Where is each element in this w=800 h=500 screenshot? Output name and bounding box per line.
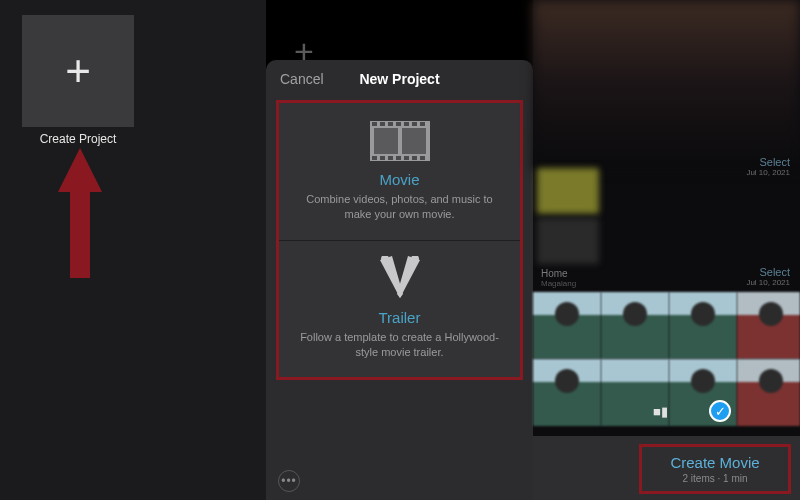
svg-rect-17 [420, 156, 425, 160]
trailer-option-title: Trailer [295, 309, 504, 326]
media-grid-col [737, 292, 800, 426]
select-button[interactable]: Select Jul 10, 2021 [746, 156, 790, 177]
select-label: Select [759, 266, 790, 278]
media-grid [533, 292, 737, 426]
create-project-label: Create Project [22, 132, 134, 146]
panel-projects: + Create Project [0, 0, 266, 500]
svg-rect-2 [374, 128, 398, 154]
media-thumb[interactable] [737, 359, 800, 426]
trailer-option[interactable]: Trailer Follow a template to create a Ho… [279, 240, 520, 378]
create-movie-label: Create Movie [670, 454, 759, 471]
svg-rect-6 [388, 122, 393, 126]
svg-rect-11 [372, 156, 377, 160]
bottom-toolbar: Create Movie 2 items · 1 min [533, 436, 800, 500]
media-thumb[interactable] [669, 292, 737, 359]
video-icon: ■▮ [653, 404, 668, 419]
svg-rect-4 [372, 122, 377, 126]
media-thumb[interactable] [537, 218, 599, 264]
create-movie-button[interactable]: Create Movie 2 items · 1 min [639, 444, 791, 494]
spotlights-icon [295, 255, 504, 303]
svg-rect-3 [402, 128, 426, 154]
svg-rect-14 [396, 156, 401, 160]
svg-rect-5 [380, 122, 385, 126]
create-movie-subtitle: 2 items · 1 min [682, 473, 747, 484]
sheet-header: Cancel New Project [266, 60, 533, 98]
svg-rect-12 [380, 156, 385, 160]
select-date: Jul 10, 2021 [746, 168, 790, 177]
movie-option-desc: Combine videos, photos, and music to mak… [295, 192, 504, 222]
svg-marker-0 [58, 148, 102, 278]
svg-rect-8 [404, 122, 409, 126]
select-label: Select [759, 156, 790, 168]
media-thumb[interactable] [737, 292, 800, 359]
new-project-sheet: Cancel New Project Movie C [266, 60, 533, 500]
svg-rect-16 [412, 156, 417, 160]
selection-checkmark-icon: ✓ [709, 400, 731, 422]
media-thumb[interactable] [533, 359, 601, 426]
annotation-highlight-box: Movie Combine videos, photos, and music … [276, 100, 523, 380]
annotation-arrow [58, 148, 102, 278]
create-project-tile[interactable]: + [22, 15, 134, 127]
svg-rect-7 [396, 122, 401, 126]
cancel-button[interactable]: Cancel [280, 71, 324, 87]
panel-new-project-sheet: + Cancel New Project [266, 0, 533, 500]
svg-rect-13 [388, 156, 393, 160]
trailer-option-desc: Follow a template to create a Hollywood-… [295, 330, 504, 360]
background-photos-blur [533, 0, 800, 170]
plus-icon: + [65, 49, 91, 93]
panel-media-picker: Select Jul 10, 2021 Home Magalang Select… [533, 0, 800, 500]
movie-option-title: Movie [295, 171, 504, 188]
album-name: Home Magalang [541, 268, 576, 288]
select-date: Jul 10, 2021 [746, 278, 790, 287]
media-thumb[interactable] [601, 292, 669, 359]
filmstrip-icon [295, 117, 504, 165]
more-icon[interactable]: ••• [278, 470, 300, 492]
media-thumb[interactable] [533, 292, 601, 359]
media-thumb[interactable] [537, 168, 599, 214]
svg-rect-10 [420, 122, 425, 126]
svg-rect-9 [412, 122, 417, 126]
select-button[interactable]: Select Jul 10, 2021 [746, 266, 790, 287]
movie-option[interactable]: Movie Combine videos, photos, and music … [279, 103, 520, 240]
svg-rect-15 [404, 156, 409, 160]
